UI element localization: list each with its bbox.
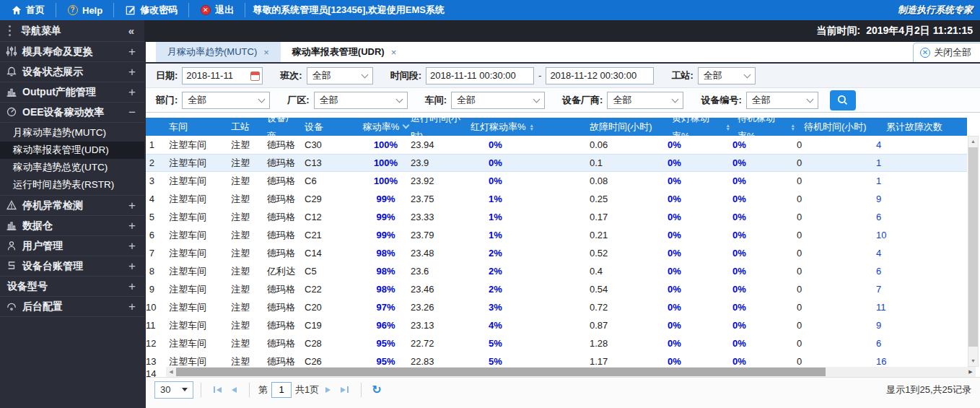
prev-page-button[interactable] [232, 387, 237, 393]
table-cell: 0% [469, 154, 579, 172]
time-from-input[interactable] [426, 67, 534, 84]
collapse-sidebar-icon[interactable]: « [128, 25, 144, 37]
horizontal-scroll-thumb[interactable] [176, 368, 826, 376]
sidebar-item[interactable]: 模具寿命及更换+ [0, 42, 144, 62]
chevron-down-icon [395, 95, 403, 103]
first-page-button[interactable] [214, 386, 222, 393]
scroll-down-icon[interactable]: ▼ [968, 356, 978, 366]
sidebar-item[interactable]: OEE设备稼动效率− [0, 103, 144, 123]
factory-label: 厂区: [287, 94, 309, 107]
expand-icon[interactable]: + [128, 85, 136, 100]
sidebar-item[interactable]: 数据仓+ [0, 216, 144, 236]
vendor-select[interactable]: 全部 [607, 92, 683, 109]
sidebar-subitem[interactable]: 稼动率趋势总览(UTC) [0, 159, 144, 176]
sidebar-item[interactable]: Output产能管理+ [0, 82, 144, 103]
factory-select[interactable]: 全部 [314, 92, 408, 109]
table-row[interactable]: 1注塑车间注塑德玛格C30100%23.940%0.060%0%04 [146, 136, 967, 154]
column-header[interactable]: 车间 [166, 118, 229, 136]
table-cell: 1 [875, 154, 967, 172]
column-header[interactable]: 黄灯稼动率%▲▼ [660, 118, 730, 136]
column-header[interactable]: 设备 [302, 118, 362, 136]
column-header[interactable]: 待机稼动率%▲▼ [730, 118, 795, 136]
column-header[interactable]: 运行时间(小时) [409, 118, 469, 136]
table-cell: 95% [362, 352, 409, 367]
help-button[interactable]: ? Help [56, 3, 114, 17]
refresh-icon[interactable]: ↻ [372, 383, 381, 396]
shift-select[interactable]: 全部 [307, 67, 373, 84]
table-cell: C30 [302, 136, 362, 154]
logout-button[interactable]: ✕ 退出 [189, 3, 245, 17]
sidebar-item[interactable]: 设备台账管理+ [0, 256, 144, 277]
collapse-icon[interactable]: − [128, 105, 136, 120]
filter-row-1: 日期: 班次: 全部 时间段: - 工站: 全部 [146, 64, 980, 88]
search-button[interactable] [830, 90, 856, 110]
next-page-button[interactable] [325, 387, 331, 393]
column-header[interactable]: 红灯稼动率%▲▼ [469, 118, 579, 136]
table-row[interactable]: 6注塑车间注塑德玛格C2199%23.791%0.210%0%010 [146, 226, 967, 244]
horizontal-scrollbar[interactable]: ◀ ▶ [166, 367, 976, 377]
tab-close-icon[interactable]: × [263, 47, 269, 58]
tab-active[interactable]: 稼动率报表管理(UDR)× [281, 42, 408, 62]
column-header[interactable]: 待机时间(小时) [795, 118, 875, 136]
column-header[interactable]: 工站 [229, 118, 265, 136]
last-page-button[interactable] [341, 386, 349, 393]
sidebar-item[interactable]: 后台配置+ [0, 297, 144, 317]
column-header[interactable]: 故障时间(小时) [579, 118, 660, 136]
column-header[interactable]: 稼动率% [362, 118, 409, 136]
grip-icon[interactable] [9, 30, 11, 32]
sidebar-item[interactable]: 设备型号+ [0, 277, 144, 297]
sidebar-subitem[interactable]: 运行时间趋势表(RSTR) [0, 176, 144, 194]
close-all-button[interactable]: ✕ 关闭全部 [913, 43, 980, 62]
vendor-label: 设备厂商: [562, 94, 603, 107]
time-to-input[interactable] [546, 67, 654, 84]
table-row[interactable]: 11注塑车间注塑德玛格C1996%23.134%0.870%0%09 [146, 316, 967, 334]
table-cell: 注塑 [229, 226, 265, 244]
close-all-icon: ✕ [920, 48, 930, 58]
table-row[interactable]: 13注塑车间注塑德玛格C2695%22.835%1.170%0%016 [146, 352, 967, 367]
expand-icon[interactable]: + [128, 279, 136, 294]
expand-icon[interactable]: + [128, 219, 136, 233]
table-row[interactable]: 7注塑车间注塑德玛格C1498%23.482%0.520%0%04 [146, 244, 967, 262]
workshop-select[interactable]: 全部 [451, 92, 545, 109]
table-cell: 7 [875, 280, 967, 298]
expand-icon[interactable]: + [128, 65, 136, 79]
sidebar-item[interactable]: 停机异常检测+ [0, 196, 144, 216]
expand-icon[interactable]: + [128, 259, 136, 274]
station-select[interactable]: 全部 [698, 67, 756, 84]
sidebar-item[interactable]: 用户管理+ [0, 236, 144, 256]
table-row[interactable]: 4注塑车间注塑德玛格C2999%23.751%0.250%0%09 [146, 190, 967, 208]
dept-select[interactable]: 全部 [182, 92, 270, 109]
device-select[interactable]: 全部 [746, 92, 818, 109]
vertical-scrollbar[interactable]: ▲ ▼ [968, 136, 979, 367]
tab-close-icon[interactable]: × [391, 47, 397, 58]
scroll-right-icon[interactable]: ▶ [966, 369, 976, 375]
calendar-icon[interactable] [250, 71, 260, 81]
table-row[interactable]: 9注塑车间注塑德玛格C2298%23.462%0.540%0%07 [146, 280, 967, 298]
sidebar-subitem[interactable]: 稼动率报表管理(UDR) [0, 142, 144, 159]
home-button[interactable]: 首页 [0, 3, 56, 17]
expand-icon[interactable]: + [128, 300, 136, 314]
expand-icon[interactable]: + [128, 199, 136, 213]
column-header[interactable]: 设备厂商 [265, 118, 302, 136]
sort-icon[interactable]: ▲▼ [530, 123, 534, 131]
vertical-scroll-thumb[interactable] [968, 147, 978, 347]
scroll-up-icon[interactable]: ▲ [968, 136, 978, 147]
table-row[interactable]: 3注塑车间注塑德玛格C6100%23.920%0.080%0%01 [146, 172, 967, 190]
table-cell: 0% [730, 280, 795, 298]
page-number-input[interactable] [271, 382, 292, 398]
change-password-button[interactable]: 修改密码 [114, 3, 189, 17]
page-size-select[interactable]: 30 [154, 381, 193, 399]
sidebar-subitem[interactable]: 月稼动率趋势(MUTC) [0, 124, 144, 142]
tab[interactable]: 月稼动率趋势(MUTC)× [156, 42, 281, 62]
sidebar-item[interactable]: 设备状态展示+ [0, 62, 144, 82]
scroll-left-icon[interactable]: ◀ [166, 369, 176, 375]
column-header[interactable]: 累计故障次数 [875, 118, 967, 136]
table-row[interactable]: 2注塑车间注塑德玛格C13100%23.90%0.10%0%01 [146, 154, 967, 172]
table-row[interactable]: 12注塑车间注塑德玛格C2895%22.725%1.280%0%06 [146, 334, 967, 352]
table-row[interactable]: 8注塑车间注塑亿利达C598%23.62%0.40%0%06 [146, 262, 967, 280]
expand-icon[interactable]: + [128, 239, 136, 253]
table-row[interactable]: 10注塑车间注塑德玛格C2097%23.263%0.720%0%011 [146, 298, 967, 316]
table-cell: 96% [362, 316, 409, 334]
expand-icon[interactable]: + [128, 45, 136, 59]
table-row[interactable]: 5注塑车间注塑德玛格C1299%23.331%0.170%0%06 [146, 208, 967, 226]
